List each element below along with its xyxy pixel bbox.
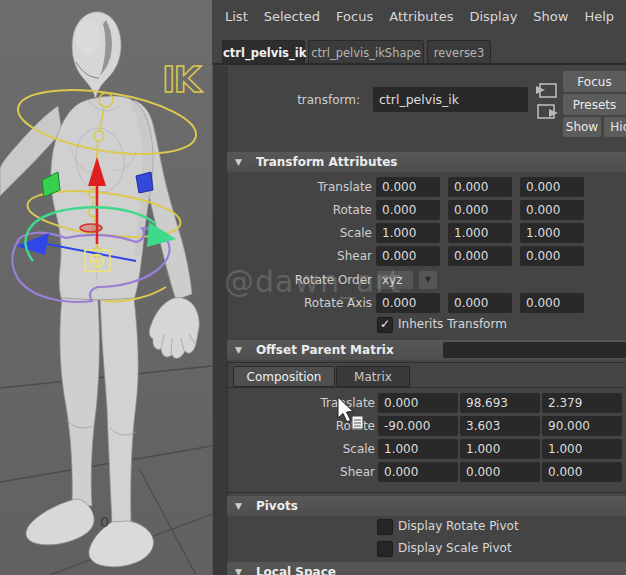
opm-rotate-x-input[interactable] xyxy=(378,416,458,436)
transform-label: transform: xyxy=(240,90,360,110)
rotate-x-input[interactable] xyxy=(376,200,440,220)
tab-ctrl-pelvis-ik[interactable]: ctrl_pelvis_ik xyxy=(222,40,305,64)
display-rotate-pivot-checkbox[interactable] xyxy=(377,519,393,535)
panel-edge-strip xyxy=(212,66,228,575)
tab-underline xyxy=(213,63,626,65)
scale-x-input[interactable] xyxy=(376,223,440,243)
rotate-axis-x-input[interactable] xyxy=(376,293,440,313)
shear-y-input[interactable] xyxy=(448,246,512,266)
translate-z-input[interactable] xyxy=(520,177,584,197)
shear-z-input[interactable] xyxy=(520,246,584,266)
scale-y-input[interactable] xyxy=(448,223,512,243)
blue-chest-square[interactable] xyxy=(136,172,153,193)
opm-translate-z-input[interactable] xyxy=(542,393,622,413)
display-rotate-pivot-label: Display Rotate Pivot xyxy=(398,518,519,534)
menu-help[interactable]: Help xyxy=(584,9,614,24)
scale-z-input[interactable] xyxy=(520,223,584,243)
opm-scale-label: Scale xyxy=(227,439,375,459)
load-attributes-in-icon[interactable] xyxy=(536,82,558,99)
maya-window: 0 xyxy=(0,0,626,575)
display-scale-pivot-label: Display Scale Pivot xyxy=(398,540,512,556)
rotate-order-label: Rotate Order xyxy=(227,271,372,289)
collapse-triangle-icon[interactable]: ▼ xyxy=(235,157,242,167)
attribute-editor-menubar: List Selected Focus Attributes Display S… xyxy=(213,0,626,33)
rotate-order-dropdown-arrow-icon[interactable]: ▼ xyxy=(419,271,437,289)
collapse-triangle-icon[interactable]: ▼ xyxy=(235,567,242,575)
load-attributes-out-icon[interactable] xyxy=(536,103,558,120)
scale-label: Scale xyxy=(227,223,372,243)
opm-shear-y-input[interactable] xyxy=(460,462,540,482)
section-title: Local Space xyxy=(256,565,336,575)
opm-rotate-z-input[interactable] xyxy=(542,416,622,436)
opm-translate-x-input[interactable] xyxy=(378,393,458,413)
opm-translate-label: Translate xyxy=(227,393,375,413)
menu-attributes[interactable]: Attributes xyxy=(389,9,453,24)
section-transform-attributes[interactable]: ▼ Transform Attributes xyxy=(227,152,626,172)
section-pivots[interactable]: ▼ Pivots xyxy=(227,496,626,516)
rotate-axis-z-input[interactable] xyxy=(520,293,584,313)
collapse-triangle-icon[interactable]: ▼ xyxy=(235,501,242,511)
presets-button[interactable]: Presets xyxy=(563,94,626,115)
section-title: Transform Attributes xyxy=(256,155,398,169)
subtab-underline xyxy=(227,387,625,388)
rotate-y-input[interactable] xyxy=(448,200,512,220)
rotate-label: Rotate xyxy=(227,200,372,220)
inherits-transform-checkbox[interactable]: ✓ xyxy=(377,317,393,333)
menu-selected[interactable]: Selected xyxy=(264,9,320,24)
rotate-axis-y-input[interactable] xyxy=(448,293,512,313)
opm-scale-y-input[interactable] xyxy=(460,439,540,459)
translate-label: Translate xyxy=(227,177,372,197)
viewport-3d[interactable]: 0 xyxy=(0,0,212,575)
tab-ctrl-pelvis-ikshape[interactable]: ctrl_pelvis_ikShape xyxy=(308,40,424,64)
show-button[interactable]: Show xyxy=(563,117,601,137)
origin-label: 0 xyxy=(100,514,109,530)
head-highlight xyxy=(76,20,100,56)
rotate-order-value[interactable]: xyz xyxy=(377,271,413,289)
opm-rotate-label: Rotate xyxy=(227,416,375,436)
tab-matrix[interactable]: Matrix xyxy=(336,366,410,387)
shear-label: Shear xyxy=(227,246,372,266)
translate-x-input[interactable] xyxy=(376,177,440,197)
rotate-z-input[interactable] xyxy=(520,200,584,220)
focus-button[interactable]: Focus xyxy=(563,71,626,92)
display-scale-pivot-checkbox[interactable] xyxy=(377,541,393,557)
menu-focus[interactable]: Focus xyxy=(336,9,373,24)
inherits-transform-label: Inherits Transform xyxy=(398,316,507,332)
menu-display[interactable]: Display xyxy=(469,9,517,24)
opm-translate-y-input[interactable] xyxy=(460,393,540,413)
opm-rotate-y-input[interactable] xyxy=(460,416,540,436)
shear-x-input[interactable] xyxy=(376,246,440,266)
translate-y-input[interactable] xyxy=(448,177,512,197)
opm-shear-x-input[interactable] xyxy=(378,462,458,482)
opm-scale-z-input[interactable] xyxy=(542,439,622,459)
opm-shear-label: Shear xyxy=(227,462,375,482)
section-title: Offset Parent Matrix xyxy=(256,343,394,357)
section-title: Pivots xyxy=(256,499,298,513)
menu-show[interactable]: Show xyxy=(533,9,568,24)
opm-shear-z-input[interactable] xyxy=(542,462,622,482)
collapse-triangle-icon[interactable]: ▼ xyxy=(235,345,242,355)
transform-name-input[interactable] xyxy=(373,87,528,112)
rotate-axis-label: Rotate Axis xyxy=(227,293,372,313)
hide-button[interactable]: Hide xyxy=(604,117,626,137)
offset-matrix-field[interactable] xyxy=(443,342,626,358)
tab-reverse3[interactable]: reverse3 xyxy=(427,40,491,64)
section-local-space[interactable]: ▼ Local Space xyxy=(227,562,626,575)
ik-label: IK xyxy=(162,59,202,100)
opm-scale-x-input[interactable] xyxy=(378,439,458,459)
menu-list[interactable]: List xyxy=(225,9,248,24)
tab-composition[interactable]: Composition xyxy=(233,366,335,387)
